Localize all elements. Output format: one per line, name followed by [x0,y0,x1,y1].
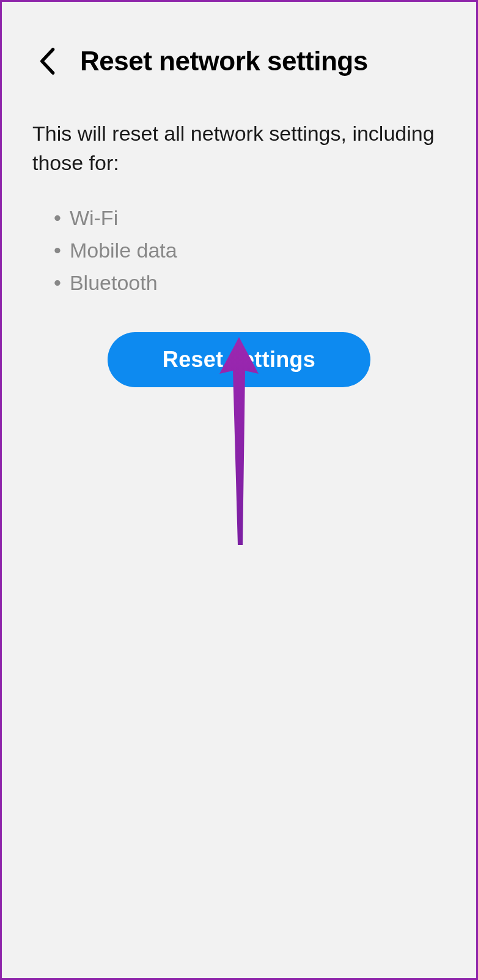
bullet-icon: • [54,267,61,299]
bullet-icon: • [54,234,61,267]
header: Reset network settings [2,2,476,95]
list-item: • Wi-Fi [54,202,446,234]
page-title: Reset network settings [80,46,368,76]
bullet-icon: • [54,202,61,234]
description-text: This will reset all network settings, in… [2,95,476,190]
reset-settings-button[interactable]: Reset settings [108,332,370,387]
chevron-left-icon [38,46,56,76]
button-container: Reset settings [2,332,476,387]
list-item-label: Bluetooth [70,267,158,299]
reset-items-list: • Wi-Fi • Mobile data • Bluetooth [2,190,476,299]
back-button[interactable] [32,46,62,76]
list-item-label: Wi-Fi [70,202,118,234]
list-item: • Mobile data [54,234,446,267]
list-item-label: Mobile data [70,234,177,267]
list-item: • Bluetooth [54,267,446,299]
